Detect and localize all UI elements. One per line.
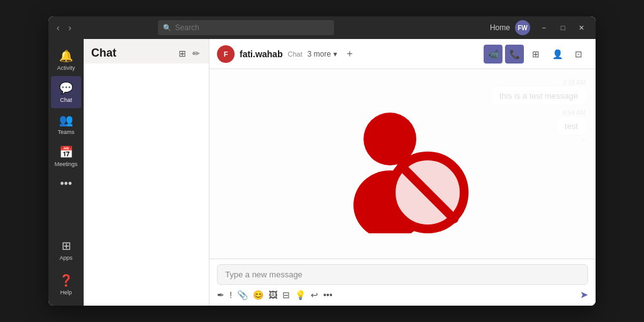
sidebar-item-activity[interactable]: 🔔 Activity xyxy=(51,44,81,76)
sidebar-item-more[interactable]: ••• xyxy=(51,172,81,196)
compose-button[interactable]: ✏ xyxy=(191,47,201,60)
help-icon: ❓ xyxy=(59,274,73,287)
close-button[interactable]: ✕ xyxy=(573,21,591,34)
message-input-placeholder[interactable]: Type a new message xyxy=(217,264,588,285)
search-input[interactable] xyxy=(175,23,329,32)
apps-icon: ⊞ xyxy=(62,239,71,253)
back-button[interactable]: ‹ xyxy=(53,21,63,34)
share-screen-button[interactable]: ⊞ xyxy=(526,45,545,64)
chat-list-title: Chat xyxy=(91,47,116,60)
search-box[interactable]: 🔍 xyxy=(158,20,334,35)
maximize-button[interactable]: □ xyxy=(554,21,572,34)
loop-button[interactable]: ↩ xyxy=(311,290,318,300)
chat-icon: 💬 xyxy=(59,81,73,95)
image-button[interactable]: 🖼 xyxy=(269,290,277,300)
sidebar-label-help: Help xyxy=(60,289,72,296)
pop-out-button[interactable]: ⊡ xyxy=(569,45,588,64)
sidebar-item-apps[interactable]: ⊞ Apps xyxy=(51,234,81,266)
blocked-user-icon xyxy=(333,95,472,233)
more-participants[interactable]: 3 more ▾ xyxy=(308,50,337,58)
user-avatar[interactable]: FW xyxy=(515,20,530,35)
more-icon: ••• xyxy=(60,177,72,191)
teams-icon: 👥 xyxy=(59,113,73,127)
add-participant-button[interactable]: ＋ xyxy=(345,47,355,60)
activity-icon: 🔔 xyxy=(59,49,73,63)
emoji-button[interactable]: 😊 xyxy=(253,290,264,300)
format-button[interactable]: ✒ xyxy=(217,290,225,300)
chat-list-panel: Chat ⊞ ✏ xyxy=(84,39,209,306)
sidebar-label-activity: Activity xyxy=(57,65,75,71)
minimize-button[interactable]: − xyxy=(535,21,553,34)
sidebar-label-teams: Teams xyxy=(58,129,75,135)
chat-list-actions: ⊞ ✏ xyxy=(177,47,201,60)
home-label: Home xyxy=(490,23,510,32)
app-body: 🔔 Activity 💬 Chat 👥 Teams 📅 Meetings ••• xyxy=(48,39,596,306)
send-button[interactable]: ➤ xyxy=(580,289,588,301)
filter-button[interactable]: ⊞ xyxy=(177,47,187,60)
contact-status: Chat xyxy=(287,50,302,58)
search-area: 🔍 xyxy=(158,20,334,35)
forward-button[interactable]: › xyxy=(65,21,75,34)
sidebar-item-chat[interactable]: 💬 Chat xyxy=(51,76,81,108)
video-call-button[interactable]: 📹 xyxy=(484,45,502,64)
chat-header-tools: 📹 📞 ⊞ 👤 ⊡ xyxy=(484,45,588,64)
sidebar-item-meetings[interactable]: 📅 Meetings xyxy=(51,140,81,172)
more-tools-button[interactable]: ••• xyxy=(323,290,333,300)
search-icon: 🔍 xyxy=(163,24,172,32)
chat-messages: 3:38 AM this is a test message 4:54 AM t… xyxy=(209,69,596,258)
app-window: ‹ › 🔍 Home FW − □ ✕ 🔔 Activity xyxy=(48,16,596,306)
praise-button[interactable]: 💡 xyxy=(295,290,306,300)
sidebar-item-teams[interactable]: 👥 Teams xyxy=(51,108,81,140)
chat-list-header: Chat ⊞ ✏ xyxy=(84,39,209,64)
attach-button[interactable]: 📎 xyxy=(237,290,248,300)
important-button[interactable]: ! xyxy=(230,290,232,300)
chevron-down-icon: ▾ xyxy=(333,50,337,58)
window-controls: − □ ✕ xyxy=(535,21,591,34)
contact-name: fati.wahab xyxy=(240,49,282,59)
meetings-icon: 📅 xyxy=(59,145,73,159)
sidebar-label-apps: Apps xyxy=(60,255,73,261)
sidebar-bottom: ⊞ Apps ❓ Help xyxy=(51,234,81,301)
title-bar: ‹ › 🔍 Home FW − □ ✕ xyxy=(48,16,596,39)
nav-buttons: ‹ › xyxy=(53,21,74,34)
blocked-overlay xyxy=(209,69,596,258)
chat-toolbar: ✒ ! 📎 😊 🖼 ⊟ 💡 ↩ ••• ➤ xyxy=(217,289,588,301)
sidebar-item-help[interactable]: ❓ Help xyxy=(51,269,81,301)
contact-avatar: F xyxy=(217,45,235,63)
add-people-button[interactable]: 👤 xyxy=(548,45,567,64)
chat-list-content xyxy=(84,64,209,306)
chat-main: F fati.wahab Chat 3 more ▾ ＋ 📹 📞 ⊞ 👤 ⊡ xyxy=(209,39,596,306)
chat-header: F fati.wahab Chat 3 more ▾ ＋ 📹 📞 ⊞ 👤 ⊡ xyxy=(209,39,596,69)
sidebar: 🔔 Activity 💬 Chat 👥 Teams 📅 Meetings ••• xyxy=(48,39,84,306)
sticker-button[interactable]: ⊟ xyxy=(282,290,290,300)
audio-call-button[interactable]: 📞 xyxy=(505,45,524,64)
sidebar-label-chat: Chat xyxy=(60,97,72,103)
chat-input-area: Type a new message ✒ ! 📎 😊 🖼 ⊟ 💡 ↩ ••• ➤ xyxy=(209,258,596,306)
title-bar-right: Home FW − □ ✕ xyxy=(490,20,591,35)
more-label: 3 more xyxy=(308,50,331,58)
sidebar-label-meetings: Meetings xyxy=(55,161,78,167)
